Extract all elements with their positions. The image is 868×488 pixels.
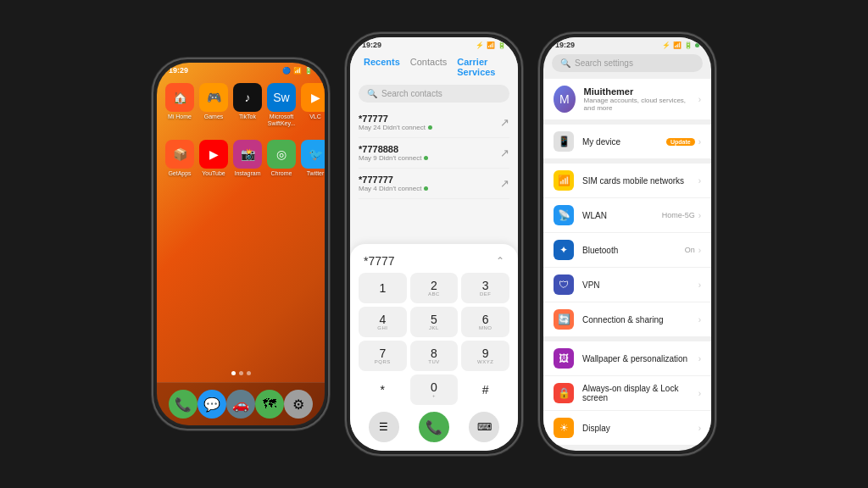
settings-display-lock[interactable]: 🔒 Always-on display & Lock screen ›	[543, 376, 711, 411]
call-button[interactable]: 📞	[419, 412, 449, 442]
profile-name: Miuithemer	[584, 86, 690, 97]
key-sub-0: +	[432, 393, 436, 398]
key-num-5: 5	[431, 313, 437, 325]
numpad-keypad-btn[interactable]: ⌨	[469, 412, 499, 442]
key-#[interactable]: #	[461, 374, 509, 405]
profile-chevron: ›	[698, 95, 701, 104]
key-7[interactable]: 7 PQRS	[359, 341, 407, 371]
key-2[interactable]: 2 ABC	[410, 273, 459, 303]
status-icons-1: 🔵 📶 🔋	[282, 67, 313, 75]
dialer-screen: 19:29 ⚡ 📶 🔋 Recents Contacts Carrier Ser…	[350, 37, 518, 451]
signal-icon-3: 📶	[673, 42, 682, 49]
wallpaper-right: ›	[698, 354, 701, 363]
app-instagram[interactable]: 📸 Instagram	[233, 140, 262, 177]
key-sub-6: MNO	[479, 325, 492, 330]
numpad-menu-btn[interactable]: ☰	[369, 412, 399, 442]
dot-3	[247, 371, 251, 375]
call-item[interactable]: *777777 May 4 Didn't connect ↗	[359, 169, 509, 199]
dot-2	[239, 371, 243, 375]
key-3[interactable]: 3 DEF	[461, 273, 509, 303]
wlan-text: WLAN	[582, 211, 654, 220]
tab-contacts[interactable]: Contacts	[405, 54, 452, 80]
bluetooth-chevron: ›	[698, 246, 701, 255]
dialer-search[interactable]: 🔍 Search contacts	[359, 85, 509, 103]
call-item[interactable]: *7778888 May 9 Didn't connect ↗	[359, 138, 509, 169]
dock-drive[interactable]: 🚗	[226, 390, 255, 419]
vpn-text: VPN	[582, 280, 690, 290]
tab-carrier[interactable]: Carrier Services	[452, 54, 509, 80]
key-4[interactable]: 4 GHI	[359, 307, 407, 337]
numpad-actions: ☰ 📞 ⌨	[359, 405, 509, 442]
my-device-label: My device	[582, 137, 658, 147]
tab-recents[interactable]: Recents	[359, 54, 405, 80]
call-share-icon[interactable]: ↗	[500, 116, 509, 129]
vpn-right: ›	[698, 280, 701, 290]
time-3: 19:29	[555, 41, 575, 49]
settings-my-device[interactable]: 📱 My device Update ›	[543, 125, 711, 158]
key-8[interactable]: 8 TUV	[410, 341, 459, 371]
key-num-2: 2	[431, 280, 437, 291]
settings-display[interactable]: ☀ Display ›	[543, 411, 711, 445]
sharing-label: Connection & sharing	[582, 315, 690, 324]
settings-wallpaper[interactable]: 🖼 Wallpaper & personalization ›	[543, 341, 711, 376]
settings-bluetooth[interactable]: ✦ Bluetooth On ›	[543, 233, 711, 268]
phone-2: 19:29 ⚡ 📶 🔋 Recents Contacts Carrier Ser…	[345, 32, 523, 456]
key-sub-9: WXYZ	[477, 359, 493, 364]
key-9[interactable]: 9 WXYZ	[461, 341, 509, 371]
numpad-grid: 1 2 ABC 3 DEF 4 GHI 5 JKL 6 MNO 7 PQRS 8…	[359, 273, 509, 405]
app-mi-home[interactable]: 🏠 Mi Home	[165, 83, 194, 126]
vpn-icon: 🛡	[554, 274, 574, 295]
my-device-chevron: ›	[698, 137, 701, 147]
key-sub-3: DEF	[480, 291, 492, 297]
settings-profile-item[interactable]: M Miuithemer Manage accounts, cloud serv…	[543, 79, 711, 119]
app-vlc[interactable]: ▶ VLC	[301, 83, 325, 126]
app-tiktok[interactable]: ♪ TikTok	[233, 83, 262, 126]
key-0[interactable]: 0 +	[410, 374, 459, 405]
settings-wlan[interactable]: 📡 WLAN Home-5G ›	[543, 198, 711, 233]
app-getapps[interactable]: 📦 GetApps	[165, 140, 194, 177]
settings-search[interactable]: 🔍 Search settings	[552, 54, 703, 72]
settings-vpn[interactable]: 🛡 VPN ›	[543, 268, 711, 302]
app-games[interactable]: 🎮 Games	[199, 83, 228, 126]
time-1: 19:29	[169, 66, 188, 75]
dock-sms[interactable]: 💬	[198, 390, 226, 419]
battery-icon-2: 🔋	[498, 42, 506, 49]
app-label-mi-home: Mi Home	[168, 114, 192, 120]
key-*[interactable]: *	[359, 374, 407, 405]
call-share-icon[interactable]: ↗	[500, 177, 509, 190]
app-label-games: Games	[204, 114, 224, 120]
display-lock-icon: 🔒	[554, 383, 574, 403]
call-info: *7778888 May 9 Didn't connect	[359, 144, 428, 162]
settings-device-section: 📱 My device Update ›	[543, 125, 711, 158]
app-grid-row2: 📦 GetApps ▶ YouTube 📸 Instagram ◎ Chrome…	[157, 133, 325, 184]
key-6[interactable]: 6 MNO	[461, 307, 509, 337]
app-icon-img-chrome: ◎	[267, 140, 296, 169]
call-share-icon[interactable]: ↗	[500, 147, 509, 159]
settings-sharing[interactable]: 🔄 Connection & sharing ›	[543, 302, 711, 336]
dock-settings[interactable]: ⚙	[284, 390, 313, 419]
search-icon-settings: 🔍	[560, 58, 570, 68]
app-chrome[interactable]: ◎ Chrome	[267, 140, 296, 177]
app-icon-img-vlc: ▶	[301, 83, 325, 112]
key-num-#: #	[482, 384, 489, 396]
call-detail: May 9 Didn't connect	[359, 154, 428, 162]
dock-phone[interactable]: 📞	[169, 390, 198, 419]
key-sub-7: PQRS	[375, 359, 391, 364]
app-twitter[interactable]: 🐦 Twitter	[301, 140, 325, 177]
app-youtube[interactable]: ▶ YouTube	[199, 140, 228, 177]
display-chevron: ›	[698, 424, 701, 433]
dialer-tabs: Recents Contacts Carrier Services	[350, 51, 518, 85]
key-1[interactable]: 1	[359, 273, 407, 303]
call-item[interactable]: *77777 May 24 Didn't connect ↗	[359, 108, 509, 138]
app-swiftkey[interactable]: Sw Microsoft SwiftKey...	[267, 83, 296, 126]
time-2: 19:29	[362, 41, 381, 49]
key-sub-5: JKL	[429, 325, 439, 330]
my-device-right: Update ›	[666, 137, 701, 147]
sim-right: ›	[698, 176, 701, 186]
search-placeholder-dialer: Search contacts	[381, 89, 442, 98]
settings-sim[interactable]: 📶 SIM cards mobile networks ›	[543, 164, 711, 198]
phone-1: 19:29 🔵 📶 🔋 🏠 Mi Home 🎮 Games ♪ TikTok S…	[152, 58, 330, 430]
key-5[interactable]: 5 JKL	[410, 307, 459, 337]
numpad-arrow: ⌃	[496, 255, 504, 267]
dock-maps[interactable]: 🗺	[255, 390, 284, 419]
